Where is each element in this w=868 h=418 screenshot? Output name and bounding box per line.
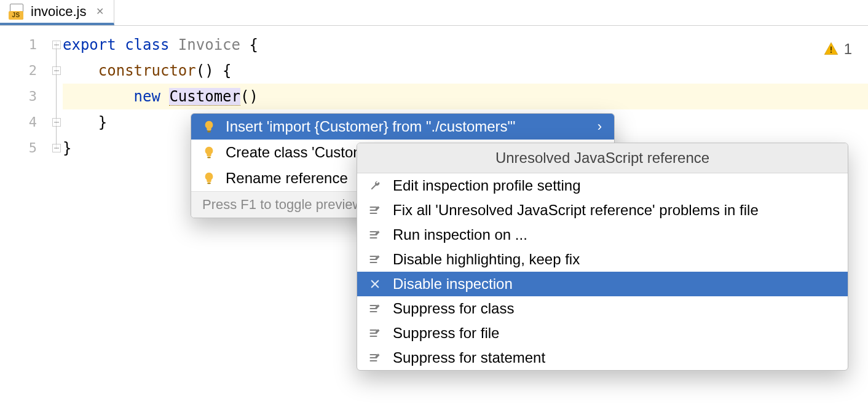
line-number: 5 — [0, 135, 37, 161]
wrench-icon — [368, 179, 382, 192]
submenu-item[interactable]: Suppress for file — [357, 321, 848, 345]
lightbulb-icon — [202, 120, 216, 133]
tab-bar: JS invoice.js ✕ — [0, 0, 868, 26]
submenu-item[interactable]: Disable inspection — [357, 272, 848, 296]
submenu-item[interactable]: Disable highlighting, keep fix — [357, 247, 848, 272]
svg-rect-5 — [831, 52, 832, 53]
fold-handle[interactable] — [50, 109, 63, 135]
code-line-active: new Customer() — [63, 84, 868, 109]
fold-handle[interactable] — [50, 135, 63, 161]
code-line: constructor() { — [63, 58, 868, 84]
intention-item[interactable]: Insert 'import {Customer} from "./custom… — [191, 114, 614, 140]
lightbulb-icon — [202, 146, 216, 159]
submenu-label: Disable inspection — [393, 275, 513, 293]
submenu-item[interactable]: Run inspection on ... — [357, 223, 848, 247]
unresolved-reference[interactable]: Customer — [169, 88, 240, 106]
tab-invoice[interactable]: JS invoice.js ✕ — [0, 0, 114, 25]
inspection-warning-badge[interactable]: 1 — [823, 41, 852, 58]
lines-icon — [368, 253, 382, 266]
svg-rect-6 — [207, 131, 211, 132]
submenu-label: Suppress for class — [393, 300, 514, 317]
svg-rect-8 — [207, 183, 211, 184]
inspection-submenu: Unresolved JavaScript reference Edit ins… — [357, 143, 848, 371]
submenu-label: Suppress for file — [393, 325, 499, 342]
fold-column — [50, 26, 63, 161]
line-number: 2 — [0, 58, 37, 84]
line-number: 3 — [0, 84, 37, 109]
svg-rect-4 — [831, 47, 832, 51]
warning-icon — [823, 41, 839, 57]
submenu-label: Suppress for statement — [393, 349, 545, 366]
svg-rect-7 — [207, 157, 211, 158]
line-number: 4 — [0, 109, 37, 135]
lightbulb-icon — [202, 172, 216, 185]
code-line: export class Invoice { — [63, 32, 868, 58]
lines-icon — [368, 203, 382, 217]
lines-icon — [368, 326, 382, 340]
submenu-label: Fix all 'Unresolved JavaScript reference… — [393, 202, 759, 219]
warning-count: 1 — [844, 41, 852, 58]
line-number: 1 — [0, 32, 37, 58]
submenu-label: Edit inspection profile setting — [393, 177, 581, 194]
submenu-item[interactable]: Fix all 'Unresolved JavaScript reference… — [357, 198, 848, 223]
fold-handle[interactable] — [50, 58, 63, 84]
fold-handle[interactable] — [50, 32, 63, 58]
submenu-title: Unresolved JavaScript reference — [357, 143, 848, 173]
js-file-icon: JS — [9, 4, 25, 20]
chevron-right-icon: › — [598, 119, 602, 135]
line-gutter: 1 2 3 4 5 — [0, 26, 50, 161]
submenu-label: Disable highlighting, keep fix — [393, 251, 580, 268]
submenu-item[interactable]: Suppress for class — [357, 296, 848, 321]
tab-filename: invoice.js — [31, 4, 86, 20]
submenu-label: Run inspection on ... — [393, 226, 527, 243]
intention-label: Insert 'import {Customer} from "./custom… — [226, 118, 588, 135]
lines-icon — [368, 302, 382, 315]
submenu-item[interactable]: Edit inspection profile setting — [357, 173, 848, 198]
x-icon — [368, 277, 382, 291]
lines-icon — [368, 351, 382, 365]
close-tab-icon[interactable]: ✕ — [96, 7, 104, 17]
submenu-item[interactable]: Suppress for statement — [357, 345, 848, 370]
lines-icon — [368, 228, 382, 242]
